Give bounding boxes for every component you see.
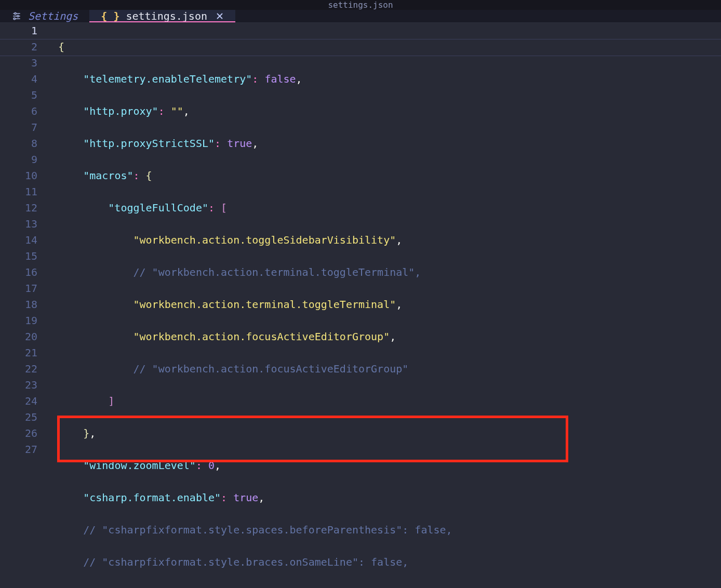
editor-area[interactable]: 1 2 3 4 5 6 7 8 9 10 11 12 13 14 15 16 1…	[0, 23, 721, 588]
line-number: 16	[0, 264, 37, 280]
line-number: 25	[0, 409, 37, 425]
code-line[interactable]: // "workbench.action.focusActiveEditorGr…	[58, 361, 721, 377]
line-number: 21	[0, 345, 37, 361]
line-number: 3	[0, 55, 37, 71]
line-number: 10	[0, 168, 37, 184]
code-line[interactable]: },	[58, 425, 721, 442]
braces-icon: { }	[101, 10, 119, 22]
code-line[interactable]: {	[58, 39, 721, 55]
line-number: 13	[0, 216, 37, 232]
code-line[interactable]: "toggleFullCode": [	[58, 200, 721, 216]
line-number: 1	[0, 23, 37, 39]
code-line[interactable]: "csharp.format.enable": true,	[58, 490, 721, 506]
code-line[interactable]: "http.proxyStrictSSL": true,	[58, 136, 721, 152]
code-line[interactable]: "workbench.action.toggleSidebarVisibilit…	[58, 232, 721, 248]
code-line[interactable]: "workbench.action.terminal.toggleTermina…	[58, 297, 721, 313]
tab-label: Settings	[28, 10, 78, 22]
line-number: 18	[0, 297, 37, 313]
line-number: 22	[0, 361, 37, 377]
line-number: 26	[0, 425, 37, 442]
code-line[interactable]: "http.proxy": "",	[58, 103, 721, 119]
tab-label: settings.json	[126, 10, 207, 22]
line-number: 27	[0, 442, 37, 458]
line-number: 12	[0, 200, 37, 216]
code-line[interactable]: // "workbench.action.terminal.toggleTerm…	[58, 264, 721, 280]
line-number: 8	[0, 136, 37, 152]
line-number: 24	[0, 393, 37, 409]
line-number: 17	[0, 280, 37, 297]
code-line[interactable]: // "csharpfixformat.style.braces.onSameL…	[58, 554, 721, 570]
close-icon[interactable]	[216, 12, 224, 20]
code-line[interactable]: // "csharpfixformat.style.spaces.beforeP…	[58, 522, 721, 538]
line-number: 15	[0, 248, 37, 264]
line-number: 6	[0, 103, 37, 119]
line-number: 23	[0, 377, 37, 393]
tab-settings-json[interactable]: { } settings.json	[89, 10, 235, 22]
code-line[interactable]: ]	[58, 393, 721, 409]
line-number: 7	[0, 119, 37, 136]
line-number: 11	[0, 184, 37, 200]
code-line[interactable]: "window.zoomLevel": 0,	[58, 458, 721, 474]
tab-settings[interactable]: Settings	[0, 10, 89, 22]
line-number: 14	[0, 232, 37, 248]
title-bar: settings.json	[0, 0, 721, 10]
line-gutter: 1 2 3 4 5 6 7 8 9 10 11 12 13 14 15 16 1…	[0, 23, 50, 588]
line-number: 20	[0, 329, 37, 345]
sliders-icon	[11, 11, 22, 21]
svg-point-1	[15, 12, 16, 14]
line-number: 4	[0, 71, 37, 87]
code-content[interactable]: { "telemetry.enableTelemetry": false, "h…	[50, 23, 721, 588]
line-number: 5	[0, 87, 37, 103]
code-line[interactable]: "telemetry.enableTelemetry": false,	[58, 71, 721, 87]
tabs-row: Settings { } settings.json	[0, 10, 721, 23]
code-line[interactable]: "macros": {	[58, 168, 721, 184]
line-number: 9	[0, 152, 37, 168]
code-line[interactable]: "workbench.action.focusActiveEditorGroup…	[58, 329, 721, 345]
line-number: 19	[0, 313, 37, 329]
window-title: settings.json	[328, 0, 393, 10]
svg-point-5	[14, 18, 15, 19]
svg-point-3	[17, 15, 19, 17]
